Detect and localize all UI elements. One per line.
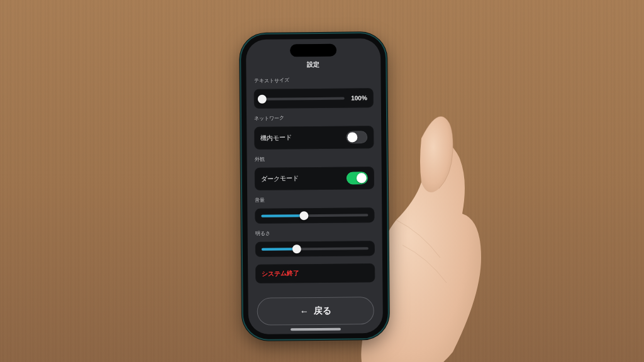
group-label-volume: 音量 bbox=[255, 195, 374, 204]
back-label: 戻る bbox=[314, 305, 331, 317]
text-size-value: 100% bbox=[350, 94, 367, 101]
notch bbox=[290, 44, 336, 57]
airplane-mode-label: 機内モード bbox=[260, 133, 292, 142]
home-indicator[interactable] bbox=[291, 328, 341, 331]
group-label-brightness: 明るさ bbox=[255, 229, 375, 237]
group-label-appearance: 外観 bbox=[255, 155, 374, 163]
text-size-track bbox=[260, 97, 345, 100]
phone-frame: 設定 テキストサイズ 100% ネットワーク 機内モード bbox=[241, 33, 388, 339]
shutdown-button[interactable]: システム終了 bbox=[255, 263, 375, 283]
brightness-track bbox=[262, 247, 369, 250]
airplane-mode-toggle[interactable] bbox=[346, 131, 367, 143]
brightness-slider[interactable] bbox=[255, 241, 375, 257]
page-title: 設定 bbox=[307, 60, 319, 69]
dark-mode-row[interactable]: ダークモード bbox=[255, 167, 374, 190]
volume-slider[interactable] bbox=[255, 207, 374, 224]
airplane-mode-row[interactable]: 機内モード bbox=[254, 126, 374, 150]
phone-screen: 設定 テキストサイズ 100% ネットワーク 機内モード bbox=[246, 38, 383, 334]
dark-mode-label: ダークモード bbox=[261, 174, 299, 184]
group-label-text-size: テキストサイズ bbox=[253, 76, 373, 84]
text-size-slider[interactable]: 100% bbox=[254, 88, 374, 109]
shutdown-label: システム終了 bbox=[262, 269, 299, 278]
group-label-network: ネットワーク bbox=[254, 114, 374, 122]
back-button[interactable]: ← 戻る bbox=[257, 297, 374, 326]
dark-mode-toggle[interactable] bbox=[347, 172, 368, 184]
arrow-left-icon: ← bbox=[300, 307, 309, 315]
volume-track bbox=[261, 214, 368, 217]
